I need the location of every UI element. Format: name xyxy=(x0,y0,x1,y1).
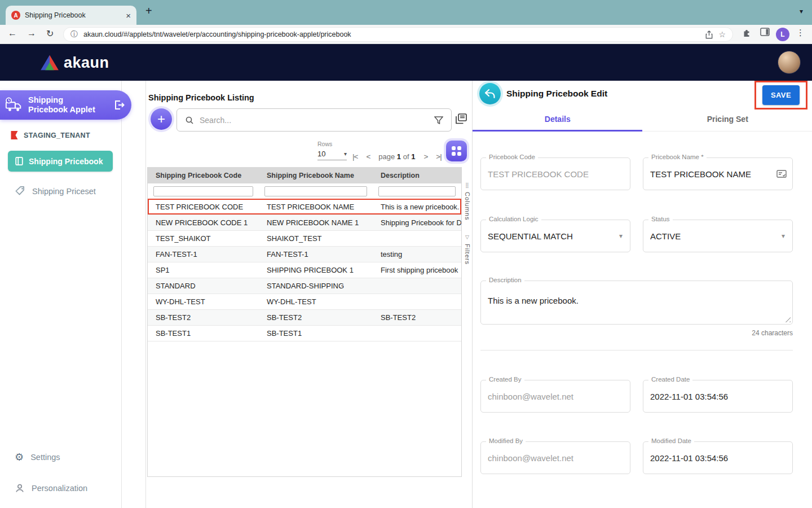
cell-name: SB-TEST1 xyxy=(259,325,373,341)
prev-page-icon[interactable]: < xyxy=(366,152,370,161)
character-counter: 24 characters xyxy=(480,329,793,337)
browser-profile-avatar[interactable]: L xyxy=(776,28,789,41)
sidebar-item-label: Settings xyxy=(30,453,60,462)
status-select[interactable]: Status ACTIVE ▾ xyxy=(643,220,793,252)
side-panel-icon[interactable] xyxy=(760,28,770,36)
grid-view-button[interactable] xyxy=(446,141,467,161)
cell-code: STANDARD xyxy=(148,278,259,294)
tenant-selector[interactable]: STAGING_TENANT xyxy=(10,130,90,140)
cell-name: FAN-TEST-1 xyxy=(259,246,373,262)
search-filter-funnel-icon[interactable] xyxy=(434,116,443,124)
pagination: |< < page 1 of 1 > >| xyxy=(352,149,442,164)
cell-code: SB-TEST2 xyxy=(148,309,259,325)
site-info-icon[interactable]: ⓘ xyxy=(70,29,78,40)
filter-icon: ▽ xyxy=(465,235,469,240)
sidebar-item-label: Personalization xyxy=(32,484,87,493)
browser-tab[interactable]: A Shipping Pricebook × xyxy=(6,6,136,25)
sidebar-item-personalization[interactable]: Personalization xyxy=(15,483,87,493)
editor-panel: Shipping Pricebook Edit SAVE Details Pri… xyxy=(472,81,812,508)
tab-search-caret-icon[interactable]: ▾ xyxy=(800,7,803,15)
cell-code: SB-TEST1 xyxy=(148,325,259,341)
forward-nav-icon[interactable]: → xyxy=(27,28,36,38)
next-page-icon[interactable]: > xyxy=(423,152,427,161)
tab-details[interactable]: Details xyxy=(473,107,643,131)
cell-description xyxy=(373,294,461,309)
back-arrow-icon xyxy=(484,89,496,99)
pricebook-name-field[interactable]: Pricebook Name * TEST PRICEBOOK NAME xyxy=(643,157,793,190)
calculation-logic-select[interactable]: Calculation Logic SEQUENTIAL MATCH ▾ xyxy=(480,220,630,252)
listing-title: Shipping Pricebook Listing xyxy=(148,93,254,102)
sidebar-item-settings[interactable]: ⚙ Settings xyxy=(15,452,60,462)
tenant-icon xyxy=(10,130,19,140)
table-views-icon[interactable] xyxy=(455,113,467,124)
cell-description xyxy=(373,325,461,341)
table-row[interactable]: STANDARDSTANDARD-SHIPPING xyxy=(148,278,461,294)
filters-side-tab[interactable]: ▽ Filters xyxy=(462,235,473,265)
tenant-label: STAGING_TENANT xyxy=(24,132,90,139)
add-pricebook-button[interactable]: + xyxy=(151,108,172,130)
browser-menu-icon[interactable]: ⋮ xyxy=(796,28,805,38)
column-header-code[interactable]: Shipping Pricebook Code xyxy=(148,167,259,183)
refresh-icon[interactable]: ↻ xyxy=(46,28,54,39)
field-value: ACTIVE xyxy=(650,231,681,241)
new-tab-button[interactable]: + xyxy=(145,5,152,17)
table-row[interactable]: FAN-TEST-1FAN-TEST-1testing xyxy=(148,246,461,262)
table-row[interactable]: TEST PRICEBOOK CODETEST PRICEBOOK NAMETh… xyxy=(148,199,461,214)
akaun-logo: akaun xyxy=(41,54,109,71)
rows-per-page-select[interactable]: 10 ▾ xyxy=(317,148,347,160)
sidebar-item-shipping-pricebook[interactable]: Shipping Pricebook xyxy=(8,151,113,172)
pricebook-table: Shipping Pricebook Code Shipping Pricebo… xyxy=(147,167,462,477)
chevron-down-icon: ▾ xyxy=(619,232,623,240)
field-label: Created By xyxy=(486,376,524,383)
pricebook-code-field[interactable]: Pricebook Code TEST PRICEBOOK CODE xyxy=(480,157,630,190)
save-button[interactable]: SAVE xyxy=(762,85,800,105)
column-header-description[interactable]: Description xyxy=(373,167,461,183)
table-row[interactable]: SB-TEST1SB-TEST1 xyxy=(148,325,461,341)
cell-description: This is a new pricebook. xyxy=(373,199,461,214)
search-input[interactable] xyxy=(200,116,429,125)
sidebar-item-applet[interactable]: Shipping Pricebook Applet xyxy=(0,90,131,120)
first-page-icon[interactable]: |< xyxy=(352,152,358,161)
table-side-strip: ⣿ Columns ▽ Filters xyxy=(462,167,473,477)
rows-per-page-label: Rows xyxy=(317,141,332,147)
user-avatar[interactable] xyxy=(778,51,801,74)
exit-applet-icon[interactable] xyxy=(113,99,125,111)
table-row[interactable]: NEW PRICEBOOK CODE 1NEW PRICEBOOK NAME 1… xyxy=(148,214,461,230)
screen: A Shipping Pricebook × + ▾ ← → ↻ ⓘ akaun… xyxy=(0,0,812,508)
resize-handle[interactable] xyxy=(784,316,791,322)
sidebar-item-shipping-priceset[interactable]: Shipping Priceset xyxy=(15,186,96,196)
table-row[interactable]: TEST_SHAIKOTSHAIKOT_TEST xyxy=(148,230,461,246)
field-label: Status xyxy=(648,216,673,222)
cell-name: SHAIKOT_TEST xyxy=(259,230,373,246)
table-row[interactable]: SB-TEST2SB-TEST2SB-TEST2 xyxy=(148,309,461,325)
table-row[interactable]: SP1SHIPPING PRICEBOOK 1First shipping pr… xyxy=(148,262,461,278)
extensions-puzzle-icon[interactable] xyxy=(742,28,752,37)
cell-description: SB-TEST2 xyxy=(373,309,461,325)
filter-input-code[interactable] xyxy=(153,186,253,196)
share-icon[interactable] xyxy=(705,30,713,39)
field-value: 2022-11-01 03:54:56 xyxy=(650,392,728,401)
last-page-icon[interactable]: >| xyxy=(436,152,441,161)
bookmark-star-icon[interactable]: ☆ xyxy=(718,30,726,39)
back-nav-icon[interactable]: ← xyxy=(8,28,17,38)
table-row[interactable]: WY-DHL-TESTWY-DHL-TEST xyxy=(148,294,461,309)
url-bar[interactable]: ⓘ akaun.cloud/#/applets/tnt/wavelet/erp/… xyxy=(63,27,733,42)
columns-side-tab[interactable]: ⣿ Columns xyxy=(462,183,473,220)
description-textarea[interactable]: Description This is a new pricebook. xyxy=(480,281,793,325)
cell-name: SB-TEST2 xyxy=(259,309,373,325)
filter-input-name[interactable] xyxy=(264,186,367,196)
cell-name: NEW PRICEBOOK NAME 1 xyxy=(259,214,373,230)
cell-name: STANDARD-SHIPPING xyxy=(259,278,373,294)
back-button[interactable] xyxy=(479,83,501,104)
side-tab-label: Columns xyxy=(464,192,471,220)
cell-description: First shipping pricebook xyxy=(373,262,461,278)
modified-date-field: Modified Date 2022-11-01 03:54:56 xyxy=(643,441,793,474)
field-value: chinboon@wavelet.net xyxy=(488,392,573,401)
table-filter-row xyxy=(148,183,461,199)
lookup-card-icon[interactable] xyxy=(776,170,787,178)
column-header-name[interactable]: Shipping Pricebook Name xyxy=(259,167,373,183)
tab-close-icon[interactable]: × xyxy=(126,11,131,20)
tab-pricing-set[interactable]: Pricing Set xyxy=(643,107,812,131)
field-value: This is a new pricebook. xyxy=(488,296,579,305)
filter-input-description[interactable] xyxy=(378,186,456,196)
